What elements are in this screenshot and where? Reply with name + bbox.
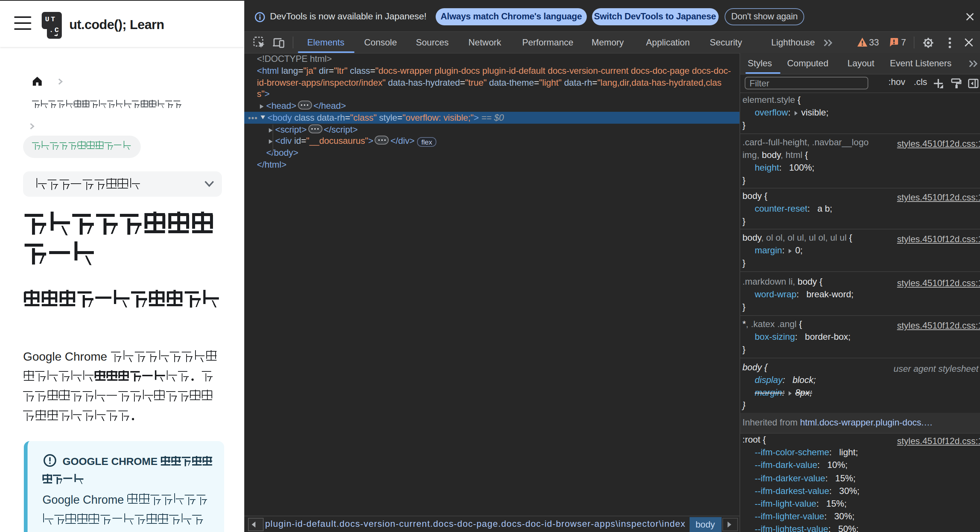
svg-text:.C: .C bbox=[49, 26, 60, 34]
svg-text:UT: UT bbox=[45, 15, 57, 23]
